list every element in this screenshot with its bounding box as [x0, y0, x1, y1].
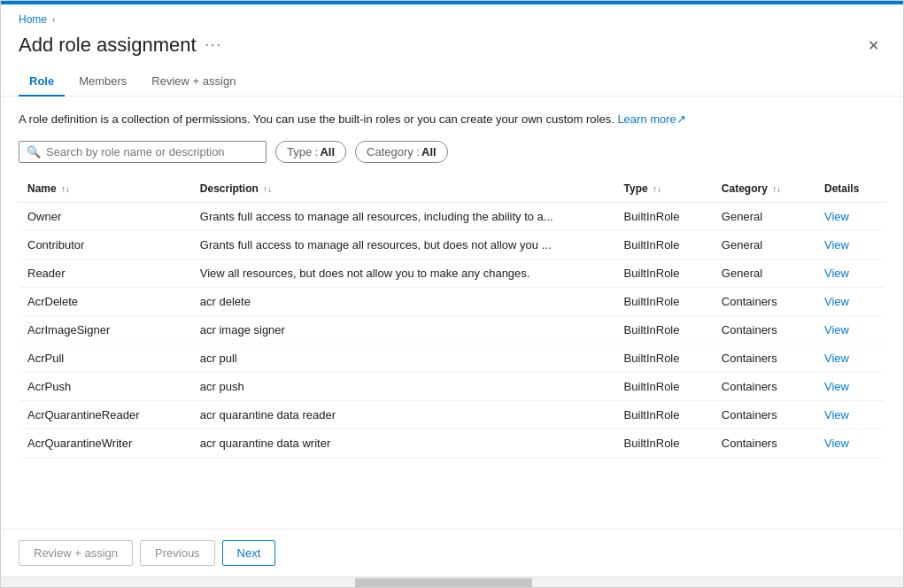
view-link-2[interactable]: View: [824, 267, 849, 280]
page-title-text: Add role assignment: [19, 34, 197, 57]
cell-type-6: BuiltInRole: [615, 372, 713, 400]
cell-view-1[interactable]: View: [815, 230, 885, 259]
main-window: Home › Add role assignment ··· ✕ Role Me…: [0, 0, 904, 588]
view-link-3[interactable]: View: [824, 295, 849, 308]
previous-button[interactable]: Previous: [140, 540, 215, 566]
table-header-row: Name ↑↓ Description ↑↓ Type ↑↓ Categor: [19, 175, 885, 203]
search-input[interactable]: [46, 145, 259, 159]
tabs-bar: Role Members Review + assign: [1, 66, 903, 97]
table-row[interactable]: AcrDelete acr delete BuiltInRole Contain…: [19, 287, 885, 315]
cell-desc-3: acr delete: [191, 287, 615, 315]
cell-type-2: BuiltInRole: [615, 259, 713, 287]
search-icon: 🔍: [27, 145, 41, 159]
cell-category-5: Containers: [713, 344, 815, 372]
col-header-category[interactable]: Category ↑↓: [713, 175, 815, 203]
cell-view-7[interactable]: View: [815, 400, 885, 429]
table-body: Owner Grants full access to manage all r…: [19, 202, 885, 457]
cell-desc-2: View all resources, but does not allow y…: [191, 259, 615, 287]
cell-category-3: Containers: [713, 287, 815, 315]
table-row[interactable]: AcrPull acr pull BuiltInRole Containers …: [19, 344, 885, 372]
type-filter-pill[interactable]: Type : All: [275, 141, 346, 163]
cell-desc-4: acr image signer: [191, 315, 615, 344]
col-header-type[interactable]: Type ↑↓: [615, 175, 713, 203]
cell-type-7: BuiltInRole: [615, 400, 713, 429]
roles-table-container: Name ↑↓ Description ↑↓ Type ↑↓ Categor: [19, 175, 885, 515]
next-button[interactable]: Next: [222, 540, 276, 566]
cell-view-3[interactable]: View: [815, 287, 885, 315]
view-link-6[interactable]: View: [824, 380, 849, 393]
cell-desc-6: acr push: [191, 372, 615, 400]
cell-name-0: Owner: [19, 202, 191, 230]
cell-name-8: AcrQuarantineWriter: [19, 429, 191, 457]
view-link-0[interactable]: View: [824, 210, 849, 223]
cell-category-4: Containers: [713, 315, 815, 344]
filters-row: 🔍 Type : All Category : All: [19, 141, 885, 163]
cell-name-7: AcrQuarantineReader: [19, 400, 191, 429]
bottom-scrollbar[interactable]: [1, 576, 903, 587]
breadcrumb-chevron-icon: ›: [52, 15, 55, 25]
cell-category-8: Containers: [713, 429, 815, 457]
table-row[interactable]: Reader View all resources, but does not …: [19, 259, 885, 287]
content-area: A role definition is a collection of per…: [1, 97, 903, 529]
category-filter-value: All: [421, 145, 437, 159]
col-header-details: Details: [815, 175, 885, 203]
breadcrumb-home-link[interactable]: Home: [19, 13, 47, 26]
table-row[interactable]: AcrPush acr push BuiltInRole Containers …: [19, 372, 885, 400]
view-link-1[interactable]: View: [824, 238, 849, 251]
description-sort-icon: ↑↓: [263, 184, 272, 194]
type-filter-value: All: [320, 145, 335, 159]
bottom-scrollbar-thumb: [355, 578, 532, 587]
learn-more-link[interactable]: Learn more↗: [617, 112, 685, 126]
table-row[interactable]: AcrImageSigner acr image signer BuiltInR…: [19, 315, 885, 344]
cell-type-8: BuiltInRole: [615, 429, 713, 457]
category-filter-label: Category :: [367, 145, 420, 159]
cell-desc-8: acr quarantine data writer: [191, 429, 615, 457]
cell-desc-1: Grants full access to manage all resourc…: [191, 230, 615, 259]
category-sort-icon: ↑↓: [772, 184, 781, 194]
cell-view-0[interactable]: View: [815, 202, 885, 230]
cell-category-7: Containers: [713, 400, 815, 429]
category-filter-pill[interactable]: Category : All: [355, 141, 448, 163]
search-box[interactable]: 🔍: [19, 141, 267, 163]
cell-name-3: AcrDelete: [19, 287, 191, 315]
close-button[interactable]: ✕: [861, 33, 885, 58]
table-row[interactable]: AcrQuarantineReader acr quarantine data …: [19, 400, 885, 429]
cell-name-4: AcrImageSigner: [19, 315, 191, 344]
cell-view-4[interactable]: View: [815, 315, 885, 344]
cell-view-8[interactable]: View: [815, 429, 885, 457]
cell-type-0: BuiltInRole: [615, 202, 713, 230]
cell-name-2: Reader: [19, 259, 191, 287]
cell-desc-7: acr quarantine data reader: [191, 400, 615, 429]
cell-desc-5: acr pull: [191, 344, 615, 372]
cell-name-5: AcrPull: [19, 344, 191, 372]
cell-view-6[interactable]: View: [815, 372, 885, 400]
tab-review-assign[interactable]: Review + assign: [141, 67, 246, 97]
cell-name-1: Contributor: [19, 230, 191, 259]
name-sort-icon: ↑↓: [61, 184, 70, 194]
header-row: Add role assignment ··· ✕: [1, 29, 903, 66]
cell-view-5[interactable]: View: [815, 344, 885, 372]
view-link-4[interactable]: View: [824, 323, 849, 337]
col-header-name[interactable]: Name ↑↓: [19, 175, 191, 203]
table-row[interactable]: AcrQuarantineWriter acr quarantine data …: [19, 429, 885, 457]
ellipsis-button[interactable]: ···: [205, 37, 222, 53]
breadcrumb: Home ›: [1, 4, 903, 29]
cell-view-2[interactable]: View: [815, 259, 885, 287]
view-link-5[interactable]: View: [824, 352, 849, 365]
tab-role[interactable]: Role: [19, 67, 65, 97]
cell-desc-0: Grants full access to manage all resourc…: [191, 202, 615, 230]
tab-members[interactable]: Members: [68, 67, 137, 97]
view-link-7[interactable]: View: [824, 408, 849, 422]
cell-name-6: AcrPush: [19, 372, 191, 400]
table-row[interactable]: Contributor Grants full access to manage…: [19, 230, 885, 259]
review-assign-button[interactable]: Review + assign: [19, 540, 133, 566]
table-row[interactable]: Owner Grants full access to manage all r…: [19, 202, 885, 230]
footer: Review + assign Previous Next: [1, 529, 903, 576]
cell-category-1: General: [713, 230, 815, 259]
view-link-8[interactable]: View: [824, 437, 849, 450]
page-title: Add role assignment ···: [19, 34, 222, 57]
roles-table: Name ↑↓ Description ↑↓ Type ↑↓ Categor: [19, 175, 885, 458]
col-header-description[interactable]: Description ↑↓: [191, 175, 615, 203]
cell-category-6: Containers: [713, 372, 815, 400]
cell-type-5: BuiltInRole: [615, 344, 713, 372]
